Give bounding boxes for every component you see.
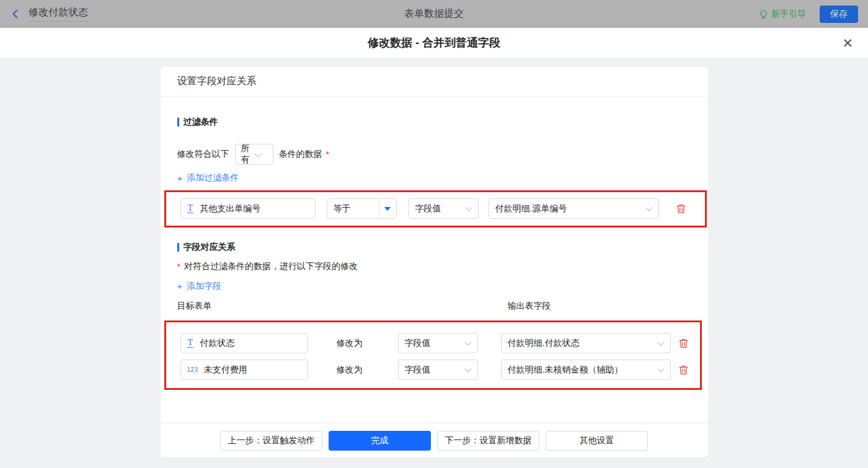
- flow-title[interactable]: 修改付款状态: [29, 6, 88, 22]
- close-icon[interactable]: ✕: [842, 37, 853, 50]
- add-filter-condition-label: 添加过滤条件: [187, 172, 239, 183]
- chevron-down-icon: [464, 338, 471, 345]
- mapping-row: T 付款状态 修改为 字段值 付款明细.付款状态: [180, 333, 700, 353]
- delete-condition-trash-icon[interactable]: [676, 203, 686, 214]
- plus-icon: +: [177, 173, 183, 183]
- dialog-header: 修改数据 - 合并到普通字段 ✕: [0, 28, 868, 58]
- target-field-input[interactable]: T 付款状态: [180, 333, 308, 353]
- lightbulb-icon: [759, 9, 768, 19]
- number-field-icon: 123: [187, 366, 198, 373]
- value-field-value: 付款明细.源单编号: [489, 203, 644, 214]
- dialog-title: 修改数据 - 合并到普通字段: [368, 35, 500, 50]
- output-field-select[interactable]: 付款明细.未核销金额（辅助）: [501, 360, 671, 380]
- mapping-description: 对符合过滤条件的数据，进行以下字段的修改: [184, 261, 358, 272]
- add-field-label: 添加字段: [187, 281, 221, 292]
- target-field-name: 付款状态: [200, 338, 234, 349]
- required-asterisk: *: [177, 262, 180, 272]
- top-bar: 修改付款状态 表单数据提交 新手引导 保存: [0, 0, 868, 28]
- dialog-body: 设置字段对应关系 过滤条件 修改符合以下 所有 条件的数据 * + 添加过滤条件: [0, 58, 868, 468]
- modify-to-label: 修改为: [337, 338, 369, 349]
- filter-field-name: 其他支出单编号: [200, 203, 260, 214]
- card-header-title: 设置字段对应关系: [161, 67, 708, 97]
- chevron-down-icon: [464, 365, 471, 372]
- match-prefix-label: 修改符合以下: [177, 149, 229, 160]
- beginner-guide-link[interactable]: 新手引导: [759, 9, 806, 20]
- value-type-select[interactable]: 字段值: [398, 360, 478, 380]
- add-filter-condition-link[interactable]: + 添加过滤条件: [177, 172, 239, 183]
- output-field-value: 付款明细.付款状态: [502, 338, 656, 349]
- filter-field-input[interactable]: T 其他支出单编号: [180, 198, 316, 219]
- mapping-section-title: 字段对应关系: [177, 242, 691, 252]
- output-field-value: 付款明细.未核销金额（辅助）: [502, 364, 656, 376]
- value-type-value: 字段值: [409, 203, 464, 214]
- mapping-description-row: * 对符合过滤条件的数据，进行以下字段的修改: [177, 261, 691, 272]
- delete-row-trash-icon[interactable]: [678, 338, 689, 349]
- value-field-select[interactable]: 付款明细.源单编号: [489, 198, 659, 219]
- chevron-down-icon: [254, 150, 261, 157]
- mapping-section-label: 字段对应关系: [184, 242, 236, 253]
- settings-card: 设置字段对应关系 过滤条件 修改符合以下 所有 条件的数据 * + 添加过滤条件: [161, 67, 708, 457]
- dropdown-caret-zone[interactable]: [379, 199, 396, 218]
- annotation-box-filter: T 其他支出单编号 等于 字段值 付款明细.源单编号: [164, 190, 707, 227]
- operator-value: 等于: [327, 203, 379, 214]
- text-field-icon: T: [187, 204, 194, 214]
- mapping-row: 123 未支付费用 修改为 字段值 付款明细.未核销金额（辅助）: [180, 360, 700, 380]
- modify-to-label: 修改为: [337, 364, 369, 376]
- chevron-down-icon: [657, 338, 664, 345]
- required-asterisk: *: [326, 149, 329, 159]
- chevron-down-icon: [465, 204, 472, 211]
- value-type-value: 字段值: [399, 338, 463, 349]
- match-mode-value: 所有: [241, 143, 255, 166]
- card-footer: 上一步：设置触发动作 完成 下一步：设置新增数据 其他设置: [161, 423, 708, 457]
- section-accent-bar: [177, 118, 179, 126]
- add-field-link[interactable]: + 添加字段: [177, 281, 222, 292]
- plus-icon: +: [177, 281, 183, 291]
- output-field-column-header: 输出表字段: [508, 301, 551, 312]
- done-button[interactable]: 完成: [329, 431, 431, 451]
- output-field-select[interactable]: 付款明细.付款状态: [501, 333, 671, 353]
- chevron-down-icon: [657, 365, 664, 372]
- text-field-icon: T: [187, 338, 194, 348]
- match-mode-select[interactable]: 所有: [235, 144, 273, 165]
- mapping-column-headers: 目标表单 输出表字段: [177, 301, 691, 310]
- operator-select[interactable]: 等于: [327, 198, 397, 219]
- other-settings-button[interactable]: 其他设置: [546, 431, 648, 451]
- save-button[interactable]: 保存: [820, 6, 858, 23]
- triangle-down-icon: [384, 207, 391, 211]
- value-type-select[interactable]: 字段值: [409, 198, 479, 219]
- back-chevron-icon: [10, 9, 20, 19]
- value-type-value: 字段值: [399, 364, 463, 376]
- prev-step-button[interactable]: 上一步：设置触发动作: [220, 431, 322, 451]
- target-form-column-header: 目标表单: [177, 301, 212, 312]
- target-field-name: 未支付费用: [204, 364, 247, 376]
- filter-section-label: 过滤条件: [184, 117, 218, 128]
- next-step-button[interactable]: 下一步：设置新增数据: [437, 431, 539, 451]
- chevron-down-icon: [645, 204, 652, 211]
- filter-section-title: 过滤条件: [177, 117, 691, 127]
- match-suffix-label: 条件的数据: [279, 149, 322, 160]
- beginner-guide-label: 新手引导: [771, 9, 806, 20]
- delete-row-trash-icon[interactable]: [678, 364, 689, 376]
- filter-match-row: 修改符合以下 所有 条件的数据 *: [177, 144, 691, 165]
- annotation-box-mapping: T 付款状态 修改为 字段值 付款明细.付款状态: [164, 320, 702, 390]
- value-type-select[interactable]: 字段值: [398, 333, 478, 353]
- target-field-input[interactable]: 123 未支付费用: [180, 360, 308, 380]
- back-button[interactable]: 修改付款状态: [10, 6, 88, 22]
- page-title: 表单数据提交: [0, 7, 868, 20]
- section-accent-bar: [177, 243, 179, 252]
